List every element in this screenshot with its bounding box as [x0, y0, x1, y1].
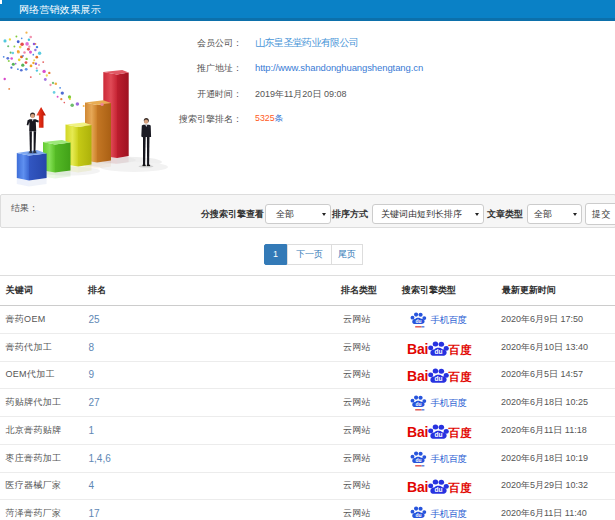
svg-text:百度: 百度	[448, 481, 472, 494]
svg-text:du: du	[434, 431, 442, 438]
svg-text:du: du	[415, 319, 421, 324]
svg-text:Bai: Bai	[407, 424, 428, 440]
svg-text:Bai: Bai	[407, 479, 428, 495]
svg-text:du: du	[415, 513, 421, 518]
svg-text:百度: 百度	[448, 343, 472, 356]
svg-text:du: du	[415, 457, 421, 462]
svg-text:du: du	[434, 375, 442, 382]
svg-text:du: du	[415, 402, 421, 407]
svg-text:百度: 百度	[448, 426, 472, 439]
svg-text:du: du	[434, 486, 442, 493]
svg-text:百度: 百度	[448, 370, 472, 383]
svg-text:Bai: Bai	[407, 369, 428, 385]
svg-text:Bai: Bai	[407, 341, 428, 357]
svg-text:du: du	[434, 348, 442, 355]
